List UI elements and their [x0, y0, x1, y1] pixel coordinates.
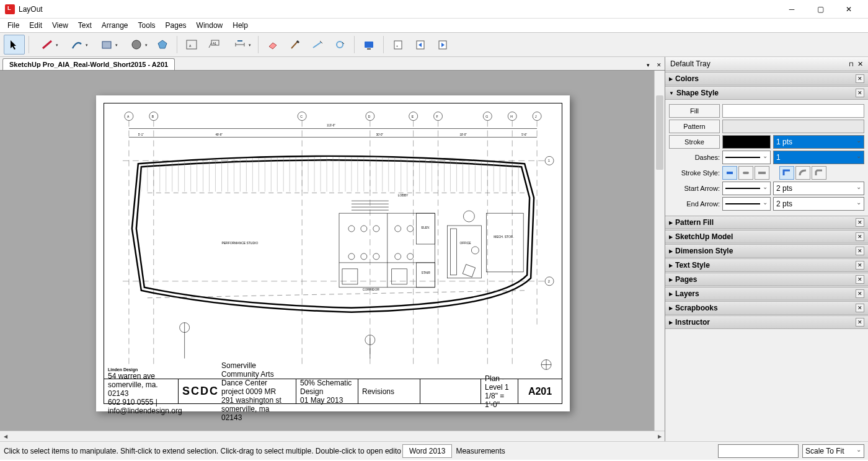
- panel-text-style[interactable]: ▶Text Style✕: [665, 258, 868, 272]
- next-page-tool[interactable]: [432, 35, 453, 55]
- panel-pattern-fill[interactable]: ▶Pattern Fill✕: [665, 216, 868, 229]
- presentation-tool[interactable]: [358, 35, 379, 55]
- pattern-button[interactable]: Pattern: [669, 120, 720, 133]
- join-bevel-icon[interactable]: [812, 166, 826, 180]
- start-arrow-size-combo[interactable]: 2 pts: [773, 182, 864, 195]
- split-tool[interactable]: [307, 35, 328, 55]
- stroke-button[interactable]: Stroke: [669, 135, 720, 149]
- svg-rect-157: [743, 172, 749, 174]
- tray-pin-icon[interactable]: ⊓: [849, 61, 854, 68]
- eraser-tool[interactable]: [262, 35, 283, 55]
- panel-colors[interactable]: ▶Colors✕: [665, 72, 868, 86]
- canvas[interactable]: A B C D E F G H J 1 2: [0, 71, 665, 431]
- svg-rect-141: [463, 265, 475, 277]
- join-tool[interactable]: [329, 35, 350, 55]
- svg-rect-132: [342, 269, 358, 284]
- fill-button[interactable]: Fill: [669, 104, 720, 118]
- menu-help[interactable]: Help: [228, 20, 253, 31]
- svg-text:F: F: [436, 115, 438, 118]
- svg-text:C: C: [300, 115, 303, 118]
- add-page-tool[interactable]: +: [388, 35, 409, 55]
- menu-pages[interactable]: Pages: [161, 20, 192, 31]
- panel-dimension-style[interactable]: ▶Dimension Style✕: [665, 244, 868, 258]
- rectangle-tool[interactable]: [92, 35, 121, 55]
- paper-sheet[interactable]: A B C D E F G H J 1 2: [96, 95, 570, 411]
- menu-window[interactable]: Window: [192, 20, 228, 31]
- panel-scrapbooks[interactable]: ▶Scrapbooks✕: [665, 301, 868, 315]
- circle-tool[interactable]: [122, 35, 151, 55]
- zoom-combo[interactable]: Scale To Fit: [802, 444, 864, 458]
- panel-close-icon[interactable]: ✕: [856, 74, 864, 83]
- svg-text:A1: A1: [213, 42, 216, 45]
- stroke-width-combo[interactable]: 1 pts: [773, 135, 864, 149]
- panel-close-icon[interactable]: ✕: [856, 89, 864, 97]
- svg-text:5'-1": 5'-1": [138, 133, 144, 136]
- tray-close-icon[interactable]: ✕: [857, 60, 863, 68]
- svg-text:A: A: [189, 44, 192, 48]
- menu-view[interactable]: View: [47, 20, 73, 31]
- tab-menu-icon[interactable]: ▾: [642, 60, 653, 70]
- line-tool[interactable]: [33, 35, 61, 55]
- window-close[interactable]: ✕: [835, 0, 863, 19]
- measurements-input[interactable]: [718, 444, 799, 458]
- text-tool[interactable]: A: [181, 35, 202, 55]
- panel-close-icon[interactable]: ✕: [856, 275, 864, 284]
- panel-sketchup-model[interactable]: ▶SketchUp Model✕: [665, 230, 868, 244]
- select-tool[interactable]: [4, 35, 25, 55]
- cap-round-icon[interactable]: [738, 166, 753, 180]
- menu-file[interactable]: File: [2, 20, 24, 31]
- svg-text:MECH. STOR.: MECH. STOR.: [494, 235, 513, 239]
- svg-point-128: [361, 253, 367, 260]
- arc-tool[interactable]: [63, 35, 91, 55]
- panel-close-icon[interactable]: ✕: [856, 232, 864, 241]
- panel-close-icon[interactable]: ✕: [856, 261, 864, 270]
- window-minimize[interactable]: ─: [777, 0, 806, 19]
- dashes-scale-combo[interactable]: 1: [773, 151, 864, 164]
- cap-flat-icon[interactable]: [722, 166, 737, 180]
- dimension-tool[interactable]: [226, 35, 254, 55]
- panel-instructor[interactable]: ▶Instructor✕: [665, 315, 868, 329]
- svg-point-122: [348, 226, 355, 232]
- join-round-icon[interactable]: [795, 166, 810, 180]
- menu-edit[interactable]: Edit: [24, 20, 47, 31]
- svg-text:30'-0": 30'-0": [376, 133, 384, 136]
- document-tab[interactable]: SketchUp Pro_AIA_Real-World_Short2015 - …: [2, 58, 175, 70]
- firm-addr1: 54 warren ave somerville, ma. 02143: [108, 372, 174, 398]
- join-miter-icon[interactable]: [779, 166, 794, 180]
- stroke-color-swatch[interactable]: [722, 135, 771, 149]
- vertical-scrollbar[interactable]: [654, 71, 665, 431]
- sheet-number: A201: [528, 386, 552, 397]
- horizontal-scrollbar[interactable]: ◀▶: [0, 431, 665, 441]
- start-arrow-combo[interactable]: [722, 182, 771, 195]
- panel-shape-style[interactable]: ▼Shape Style✕: [665, 86, 868, 100]
- panel-close-icon[interactable]: ✕: [856, 247, 864, 255]
- svg-point-1: [132, 40, 141, 49]
- dashes-combo[interactable]: [722, 151, 771, 164]
- menu-arrange[interactable]: Arrange: [97, 20, 133, 31]
- style-tool[interactable]: [285, 35, 306, 55]
- panel-layers[interactable]: ▶Layers✕: [665, 287, 868, 301]
- svg-text:H: H: [510, 115, 513, 118]
- svg-rect-9: [367, 48, 371, 50]
- panel-close-icon[interactable]: ✕: [856, 304, 864, 312]
- pattern-swatch[interactable]: [722, 120, 864, 133]
- svg-point-126: [407, 226, 414, 232]
- prev-page-tool[interactable]: [410, 35, 431, 55]
- svg-text:113'-0": 113'-0": [327, 125, 335, 128]
- end-arrow-combo[interactable]: [722, 197, 771, 211]
- end-arrow-size-combo[interactable]: 2 pts: [773, 197, 864, 211]
- fill-swatch[interactable]: [722, 104, 864, 118]
- menu-text[interactable]: Text: [73, 20, 97, 31]
- panel-close-icon[interactable]: ✕: [856, 318, 864, 327]
- menu-tools[interactable]: Tools: [133, 20, 161, 31]
- svg-text:LOBBY: LOBBY: [398, 193, 409, 197]
- tab-close-icon[interactable]: ✕: [653, 60, 665, 70]
- separator: [29, 36, 29, 53]
- polygon-tool[interactable]: [152, 35, 173, 55]
- panel-pages[interactable]: ▶Pages✕: [665, 273, 868, 286]
- label-tool[interactable]: A1: [203, 35, 224, 55]
- panel-close-icon[interactable]: ✕: [856, 289, 864, 298]
- cap-square-icon[interactable]: [755, 166, 769, 180]
- window-maximize[interactable]: ▢: [806, 0, 835, 19]
- panel-close-icon[interactable]: ✕: [856, 218, 864, 227]
